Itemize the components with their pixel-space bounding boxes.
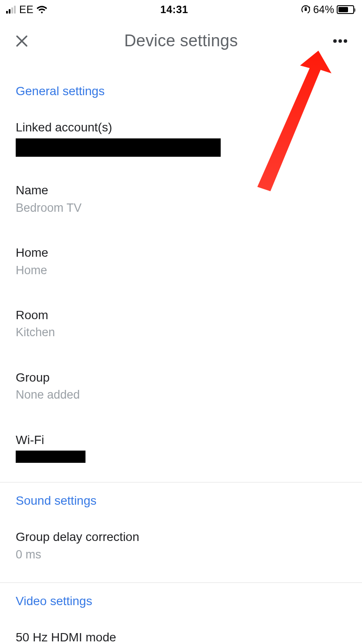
home-value: Home xyxy=(16,262,346,279)
name-label: Name xyxy=(16,182,346,199)
page-title: Device settings xyxy=(31,31,331,50)
wifi-value-redacted xyxy=(16,451,85,463)
row-wifi[interactable]: Wi-Fi xyxy=(0,424,362,471)
content: General settings Linked account(s) Name … xyxy=(0,59,362,644)
svg-point-4 xyxy=(344,39,347,43)
battery-percent: 64% xyxy=(313,3,334,16)
name-value: Bedroom TV xyxy=(16,200,346,217)
more-menu-button[interactable] xyxy=(331,32,349,50)
room-value: Kitchen xyxy=(16,324,346,341)
room-label: Room xyxy=(16,307,346,324)
cellular-signal-icon xyxy=(6,6,16,14)
status-time: 14:31 xyxy=(161,3,188,16)
row-hdmi-mode[interactable]: 50 Hz HDMI mode xyxy=(0,621,362,644)
carrier-label: EE xyxy=(19,3,34,16)
row-linked-accounts[interactable]: Linked account(s) xyxy=(0,111,362,165)
wifi-icon xyxy=(36,5,48,14)
section-header-general: General settings xyxy=(0,76,362,111)
status-bar: EE 14:31 64% xyxy=(0,0,362,19)
divider xyxy=(0,482,362,482)
status-left: EE xyxy=(6,3,48,16)
row-group-delay[interactable]: Group delay correction 0 ms xyxy=(0,521,362,571)
group-delay-label: Group delay correction xyxy=(16,529,346,545)
status-right: 64% xyxy=(301,3,354,16)
group-label: Group xyxy=(16,369,346,386)
svg-rect-1 xyxy=(304,8,307,11)
rotation-lock-icon xyxy=(301,5,311,14)
header-bar: Device settings xyxy=(0,19,362,59)
divider xyxy=(0,582,362,583)
row-room[interactable]: Room Kitchen xyxy=(0,299,362,349)
svg-point-3 xyxy=(338,39,342,43)
home-label: Home xyxy=(16,245,346,261)
group-delay-value: 0 ms xyxy=(16,546,346,563)
more-horizontal-icon xyxy=(333,39,348,43)
linked-accounts-label: Linked account(s) xyxy=(16,119,346,136)
linked-accounts-value-redacted xyxy=(16,138,221,157)
section-header-sound: Sound settings xyxy=(0,494,362,521)
row-group[interactable]: Group None added xyxy=(0,362,362,412)
row-home[interactable]: Home Home xyxy=(0,237,362,287)
section-header-video: Video settings xyxy=(0,594,362,621)
hdmi-mode-label: 50 Hz HDMI mode xyxy=(16,629,346,644)
battery-icon xyxy=(337,5,354,14)
group-value: None added xyxy=(16,386,346,403)
row-name[interactable]: Name Bedroom TV xyxy=(0,174,362,224)
wifi-label: Wi-Fi xyxy=(16,432,346,448)
close-icon xyxy=(15,34,28,48)
svg-point-2 xyxy=(333,39,337,43)
close-button[interactable] xyxy=(13,32,31,50)
